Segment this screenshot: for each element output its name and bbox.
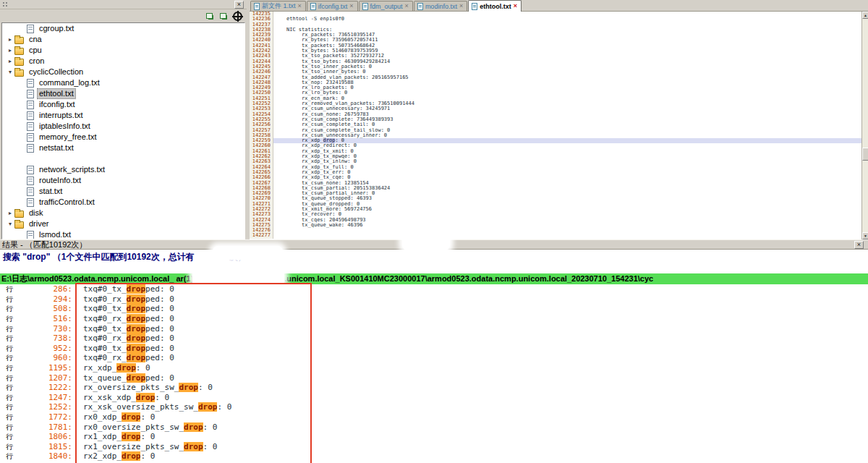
results-list[interactable]: 行286:txq#0_tx_dropped: 0行294:txq#0_rx_dr…	[0, 284, 868, 463]
editor-line[interactable]: 142241 tx_packets: 507354668642	[250, 43, 861, 48]
editor-tab[interactable]: fdm_output×	[359, 1, 413, 11]
result-row[interactable]: 行730:txq#0_tx_dropped: 0	[0, 323, 868, 334]
tree-item-file[interactable]: netstat.txt	[2, 143, 244, 153]
scrollbar-thumb[interactable]	[862, 148, 868, 161]
editor-line[interactable]: 142240 rx_bytes: 735960572057411	[250, 38, 861, 43]
editor-line[interactable]: 142266 rx_xdp_tx_cqe: 0	[250, 175, 861, 180]
result-row[interactable]: 行1195:rx_xdp_drop: 0	[0, 363, 868, 373]
editor-line[interactable]: 142245 tx_tso_inner_packets: 0	[250, 64, 861, 69]
result-row[interactable]: 行294:txq#0_rx_dropped: 0	[0, 294, 868, 305]
editor-line[interactable]: 142273 tx_recover: 0	[250, 212, 861, 217]
tree-item-file[interactable]: network_scripts.txt	[2, 164, 244, 175]
result-row[interactable]: 行1207:tx_queue_dropped: 0	[0, 373, 868, 383]
editor-line[interactable]: 142246 tx_tso_inner_bytes: 0	[250, 69, 861, 75]
editor-vertical-scrollbar[interactable]: ▲ ▼	[861, 12, 868, 239]
editor-line[interactable]: 142257 rx_csum_complete_tail_slow: 0	[250, 128, 861, 133]
editor-line[interactable]: 142251 rx_ecn_mark: 0	[250, 96, 861, 101]
tree-item-file[interactable]: ifconfig.txt	[2, 99, 244, 110]
editor-line[interactable]: 142275 tx_queue_wake: 46396	[250, 223, 861, 228]
result-row[interactable]: 行738:txq#0_rx_dropped: 0	[0, 334, 868, 344]
tree-item-folder[interactable]: ▸cpu	[2, 45, 244, 56]
result-row[interactable]: 行1772:rx0_xdp_drop: 0	[0, 412, 868, 422]
editor-line[interactable]: 142267 tx_csum_none: 12385154	[250, 181, 861, 186]
editor-tab[interactable]: modinfo.txt×	[414, 1, 467, 11]
tab-close-icon[interactable]: ×	[349, 3, 353, 9]
close-workspace-button[interactable]: ×	[234, 1, 244, 9]
editor-line[interactable]: 142253 rx_csum_unnecessary: 34245971	[250, 106, 861, 111]
tree-item-folder[interactable]: ▸cna	[2, 34, 244, 45]
locate-current-file-button[interactable]	[231, 11, 242, 21]
file-tree[interactable]: cgroup.txt▸cna▸cpu▸cron▾cyclicCollection…	[1, 22, 245, 239]
chevron-right-icon[interactable]: ▸	[6, 210, 14, 216]
matched-file-path[interactable]: E:\日志\armod0523.odata.ncmp.unicom.local_…	[0, 273, 868, 284]
editor-line[interactable]: 142263 rx_xdp_tx_inlnw: 0	[250, 159, 861, 164]
tree-item-folder[interactable]: ▾driver	[2, 218, 244, 229]
editor-line[interactable]: 142268 tx_csum_partial: 205153836424	[250, 186, 861, 191]
editor-line[interactable]: 142259 rx_xdp_drop: 0	[250, 138, 861, 143]
tab-close-icon[interactable]: ×	[514, 3, 517, 9]
editor-line[interactable]: 142238NIC statistics:	[250, 27, 861, 33]
editor-line[interactable]: 142264 rx_xdp_tx_full: 0	[250, 165, 861, 170]
tab-close-icon[interactable]: ×	[459, 3, 463, 9]
editor-tab[interactable]: ethtool.txt×	[468, 0, 522, 12]
editor-line[interactable]: 142276	[250, 228, 861, 233]
tree-item-folder[interactable]: ▾cyclicCollection	[2, 67, 244, 77]
editor-line[interactable]: 142239 rx_packets: 736510395147	[250, 33, 861, 38]
editor-line[interactable]: 142256 rx_csum_complete_tail: 0	[250, 122, 861, 127]
editor-line[interactable]: 142244 tx_tso_bytes: 463099429284214	[250, 59, 861, 64]
result-row[interactable]: 行1252:rx_xsk_oversize_pkts_sw_drop: 0	[0, 402, 868, 412]
workspace-titlebar[interactable]: ×	[0, 0, 247, 9]
editor-line[interactable]: 142249 rx_lro_packets: 0	[250, 85, 861, 90]
tree-item-file[interactable]: memory_free.txt	[2, 132, 244, 143]
editor-line[interactable]: 142258 rx_csum_unnecessary_inner: 0	[250, 133, 861, 138]
sync-document-right-button[interactable]	[218, 11, 229, 21]
editor-line[interactable]: 142271 tx_queue_dropped: 0	[250, 202, 861, 207]
scroll-up-icon[interactable]: ▲	[862, 12, 868, 19]
result-row[interactable]: 行1840:rx2_xdp_drop: 0	[0, 451, 868, 462]
chevron-right-icon[interactable]: ▸	[6, 36, 14, 43]
editor-tab[interactable]: 新文件 1.txt×	[250, 1, 306, 11]
editor-line[interactable]: 142270 tx_queue_stopped: 46393	[250, 196, 861, 201]
editor-line[interactable]: 142269 tx_csum_partial_inner: 0	[250, 191, 861, 196]
chevron-right-icon[interactable]: ▸	[6, 58, 14, 64]
editor-line[interactable]: 142277	[250, 233, 861, 238]
result-row[interactable]: 行1222:rx_oversize_pkts_sw_drop: 0	[0, 383, 868, 393]
result-row[interactable]: 行516:txq#0_rx_dropped: 0	[0, 314, 868, 324]
editor-line[interactable]: 142242 tx_bytes: 514607839753959	[250, 48, 861, 54]
editor-line[interactable]: 142254 rx_csum_none: 26759783	[250, 112, 861, 117]
editor-line[interactable]: 142260 rx_xdp_redirect: 0	[250, 143, 861, 148]
result-row[interactable]: 行1781:rx0_oversize_pkts_sw_drop: 0	[0, 422, 868, 432]
editor-line[interactable]: 142248 tx_nop: 232419588	[250, 80, 861, 85]
chevron-right-icon[interactable]: ▸	[6, 47, 14, 54]
tree-item-file[interactable]: trafficControl.txt	[2, 197, 244, 208]
chevron-down-icon[interactable]: ▾	[6, 69, 14, 75]
tree-item-file[interactable]	[2, 153, 244, 164]
editor-line[interactable]: 142262 rx_xdp_tx_mpwqe: 0	[250, 154, 861, 159]
result-row[interactable]: 行508:txq#0_tx_dropped: 0	[0, 304, 868, 314]
tree-item-folder[interactable]: ▸disk	[2, 208, 244, 218]
editor-line[interactable]: 142261 rx_xdp_tx_xmit: 0	[250, 149, 861, 154]
editor-line[interactable]: 142274 tx_cqes: 204596498793	[250, 218, 861, 223]
scroll-down-icon[interactable]: ▼	[862, 232, 868, 239]
tree-item-file[interactable]: lsmod.txt	[2, 229, 244, 239]
editor-line[interactable]: 142243 tx_tso_packets: 35272932712	[250, 54, 861, 59]
tree-item-file[interactable]: iptablesInfo.txt	[2, 121, 244, 132]
tab-close-icon[interactable]: ×	[298, 3, 302, 9]
editor-line[interactable]: 142252 rx_removed_vlan_packets: 73651009…	[250, 101, 861, 106]
editor-line[interactable]: 142235	[250, 12, 861, 17]
editor-line[interactable]: 142247 tx_added_vlan_packets: 2051659571…	[250, 75, 861, 80]
editor-line[interactable]: 142265 rx_xdp_tx_err: 0	[250, 170, 861, 175]
tree-item-file[interactable]: interrupts.txt	[2, 110, 244, 121]
result-row[interactable]: 行1247:rx_xsk_xdp_drop: 0	[0, 393, 868, 403]
chevron-down-icon[interactable]: ▾	[6, 221, 14, 227]
editor-line[interactable]: 142272 tx_xmit_more: 569724756	[250, 207, 861, 212]
result-row[interactable]: 行960:txq#0_rx_dropped: 0	[0, 353, 868, 363]
result-row[interactable]: 行1806:rx1_xdp_drop: 0	[0, 432, 868, 442]
tree-item-folder[interactable]: ▸cron	[2, 56, 244, 67]
editor-line[interactable]: 142250 rx_lro_bytes: 0	[250, 90, 861, 95]
tree-item-file[interactable]: command_log.txt	[2, 77, 244, 88]
sync-document-left-button[interactable]	[204, 11, 215, 21]
tree-item-file[interactable]: ethtool.txt	[2, 88, 244, 99]
close-results-button[interactable]: ×	[854, 241, 864, 249]
result-row[interactable]: 行286:txq#0_tx_dropped: 0	[0, 284, 868, 294]
